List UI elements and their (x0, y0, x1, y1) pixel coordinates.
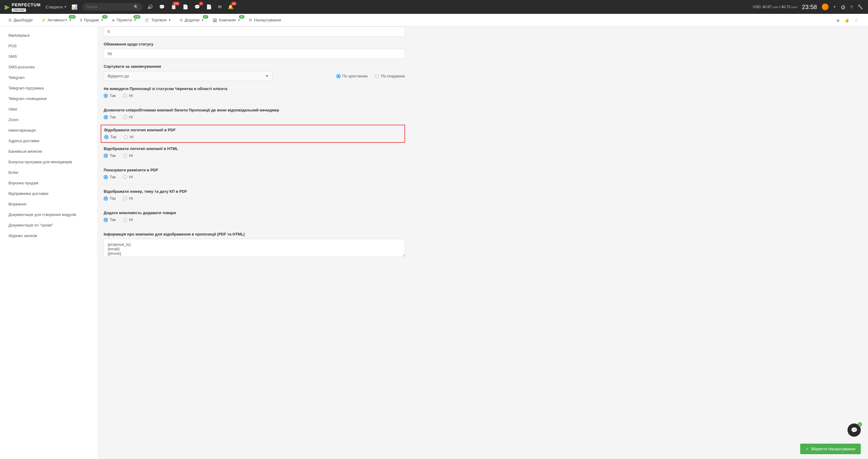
sidebar-item-sales-funnel[interactable]: Воронка продаж (0, 178, 97, 188)
nav-addons[interactable]: ⊕Додатки27▼ (176, 14, 208, 27)
star-icon[interactable]: ☆ (855, 18, 858, 23)
layers-icon[interactable]: ◈ (836, 18, 840, 23)
sidebar-item-marketplace[interactable]: Marketplace (0, 30, 97, 41)
nav-activities[interactable]: ⚡Активності319▼ (37, 14, 75, 27)
save-button[interactable]: Зберегти Налаштування (800, 444, 861, 454)
limit-input[interactable] (104, 49, 405, 59)
field-0-input[interactable] (104, 27, 405, 36)
logo-icon: ▶ (5, 3, 9, 10)
sidebar-item-log[interactable]: Журнал записів (0, 230, 97, 241)
q6-no-radio[interactable]: Ні (123, 196, 133, 201)
radio-icon (104, 196, 108, 201)
chevron-down-icon: ▼ (64, 5, 67, 8)
content: Обмеження щодо статусу Сортувати за замо… (98, 27, 868, 459)
q6-label: Відображати номер, тему та дату КП в PDF (104, 189, 405, 194)
sidebar-item-inventory[interactable]: Інвентаризація (0, 125, 97, 135)
avatar[interactable] (822, 4, 829, 10)
q5-yes-radio[interactable]: Так (104, 175, 116, 179)
q4-no-radio[interactable]: Ні (123, 153, 133, 158)
q7-no-radio[interactable]: Ні (123, 218, 133, 222)
q2-label: Дозволити співробітникам компанії бачити… (104, 108, 405, 112)
nav-projects[interactable]: ◈Проекти248▼ (108, 14, 140, 27)
nav-trade[interactable]: 🛒Торгівля▼ (141, 14, 175, 27)
sidebar-item-delivery-senders[interactable]: Відправники доставки (0, 188, 97, 199)
dashboard-icon: ⊞ (8, 18, 12, 22)
q2-no-radio[interactable]: Ні (123, 115, 133, 119)
radio-icon (104, 94, 108, 98)
sidebar-item-approval[interactable]: Візування (0, 199, 97, 209)
q4-yes-radio[interactable]: Так (104, 153, 116, 158)
sidebar-item-billing[interactable]: Білінг (0, 167, 97, 178)
search-box: 🔍 (82, 3, 143, 11)
trade-icon: 🛒 (145, 18, 150, 22)
sidebar-item-sms[interactable]: SMS (0, 51, 97, 62)
search-input[interactable] (87, 5, 131, 9)
info-textarea[interactable]: {proposal_to} {email} {phone} (104, 239, 405, 257)
radio-icon (104, 135, 108, 139)
sidebar-item-bank-statements[interactable]: Банківські виписки (0, 146, 97, 157)
sort-asc-radio[interactable]: По зростанню (336, 74, 368, 78)
sidebar-item-hooks-docs[interactable]: Документація по "хукам" (0, 220, 97, 230)
sound-icon[interactable]: 🔊 (147, 4, 153, 10)
sidebar-item-pos[interactable]: POS (0, 41, 97, 51)
q3-no-radio[interactable]: Ні (124, 135, 133, 139)
sidebar: Marketplace POS SMS SMS-розсилки Telegra… (0, 27, 98, 459)
sort-desc-radio[interactable]: По спаданню (375, 74, 405, 78)
nav-sales[interactable]: $Продажі10▼ (76, 14, 107, 27)
sidebar-item-module-docs[interactable]: Документація для створення модулів (0, 209, 97, 220)
bell-icon[interactable]: 🔔31 (228, 4, 234, 10)
avatar-dropdown-icon[interactable]: ▼ (833, 5, 836, 8)
chevron-down-icon: ▼ (201, 19, 204, 22)
radio-icon (336, 74, 341, 78)
radio-icon (123, 218, 127, 222)
radio-icon (124, 135, 128, 139)
nav-company[interactable]: 🏢Компанія29▼ (209, 14, 244, 27)
chart-icon[interactable]: 📊 (71, 4, 78, 10)
logo[interactable]: ▶ PERFECTUM CRM+ERP (5, 2, 41, 12)
sidebar-item-zoom[interactable]: Zoom (0, 114, 97, 125)
power-icon[interactable]: ⏻ (841, 4, 845, 10)
document-icon[interactable]: 📄 (206, 4, 212, 10)
sort-select[interactable]: Відкрито до (104, 71, 273, 81)
activities-icon: ⚡ (41, 18, 46, 22)
q3-yes-radio[interactable]: Так (104, 135, 116, 139)
help-icon[interactable]: ? (850, 4, 852, 10)
notes-icon[interactable]: 📋275 (171, 4, 177, 10)
q1-yes-radio[interactable]: Так (104, 93, 116, 98)
radio-icon (104, 175, 108, 179)
q5-no-radio[interactable]: Ні (123, 175, 133, 179)
fab-badge: 0 (858, 422, 862, 426)
create-button[interactable]: Створити ▼ (45, 5, 67, 9)
sidebar-item-bonus-program[interactable]: Бонусна програма для менеджерів (0, 157, 97, 167)
tools-icon[interactable]: 🔧 (858, 4, 863, 10)
nav-bar: ⊞Дашборди ⚡Активності319▼ $Продажі10▼ ◈П… (0, 14, 868, 27)
nav-settings[interactable]: ⚙Налаштування (245, 14, 285, 27)
radio-icon (123, 196, 127, 201)
search-icon[interactable]: 🔍 (134, 5, 138, 9)
chevron-down-icon: ▼ (69, 19, 71, 22)
highlighted-section: Відображати логотип компанії в PDF Так Н… (101, 125, 405, 143)
gear-icon: ⚙ (249, 18, 252, 22)
clipboard-icon[interactable]: 📄 (183, 4, 188, 10)
addons-icon: ⊕ (180, 18, 183, 22)
sidebar-item-telegram-notify[interactable]: Telegram сповіщення (0, 93, 97, 104)
nav-dashboards[interactable]: ⊞Дашборди (5, 14, 36, 27)
clock: 23:58 (802, 4, 817, 10)
sidebar-item-delivery-address[interactable]: Адреса доставки (0, 135, 97, 146)
sort-label: Сортувати за замовчуванням (104, 64, 405, 69)
q2-yes-radio[interactable]: Так (104, 115, 116, 119)
sidebar-item-telegram-support[interactable]: Telegram підтримка (0, 83, 97, 93)
chat-icon[interactable]: 💬 (159, 4, 165, 10)
chat-fab[interactable]: 💬0 (847, 423, 861, 437)
q6-yes-radio[interactable]: Так (104, 196, 116, 201)
sidebar-item-sms-send[interactable]: SMS-розсилки (0, 62, 97, 72)
sidebar-item-viber[interactable]: Viber (0, 104, 97, 114)
q5-label: Показувати реквізити в PDF (104, 168, 405, 172)
q7-yes-radio[interactable]: Так (104, 218, 116, 222)
messages-icon[interactable]: 💬4 (194, 4, 200, 10)
cursor-icon[interactable]: ☝ (844, 18, 849, 23)
mail-icon[interactable]: ✉ (218, 4, 222, 10)
q1-label: Не виводити Пропозиції зі статусом Черне… (104, 87, 405, 91)
sidebar-item-telegram[interactable]: Telegram (0, 72, 97, 83)
q1-no-radio[interactable]: Ні (123, 93, 133, 98)
